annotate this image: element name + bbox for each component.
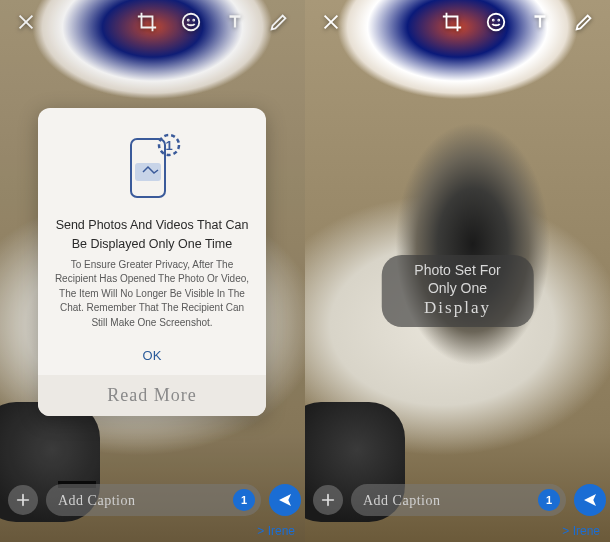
recipient-name: Irene — [268, 524, 295, 538]
crop-icon[interactable] — [441, 11, 463, 33]
pencil-icon[interactable] — [573, 11, 595, 33]
dialog-illustration: 1 — [107, 126, 197, 206]
caption-input[interactable] — [363, 492, 538, 508]
recipient-prefix: > — [562, 524, 572, 538]
view-once-toast: Photo Set For Only One Display — [381, 255, 534, 327]
editor-toolbar — [305, 0, 610, 44]
view-once-info-dialog: 1 Send Photos And Videos That Can Be Dis… — [38, 108, 266, 416]
svg-rect-4 — [135, 163, 161, 181]
add-media-button[interactable] — [8, 485, 38, 515]
dialog-body: To Ensure Greater Privacy, After The Rec… — [38, 258, 266, 345]
toast-line1: Photo Set For Only One — [399, 262, 516, 297]
recipient-prefix: > — [257, 524, 267, 538]
svg-point-7 — [488, 14, 505, 31]
recipient-label: > Irene — [562, 524, 600, 538]
recipient-name: Irene — [573, 524, 600, 538]
add-media-button[interactable] — [313, 485, 343, 515]
caption-field-wrapper[interactable]: 1 — [46, 484, 261, 516]
dialog-read-more-button[interactable]: Read More — [38, 375, 266, 416]
svg-point-8 — [493, 20, 494, 21]
view-once-toggle[interactable]: 1 — [538, 489, 560, 511]
dialog-title: Send Photos And Videos That Can Be Displ… — [38, 206, 266, 258]
view-once-toggle[interactable]: 1 — [233, 489, 255, 511]
caption-field-wrapper[interactable]: 1 — [351, 484, 566, 516]
send-button[interactable] — [574, 484, 606, 516]
caption-bar: 1 — [305, 482, 610, 518]
right-screen: Photo Set For Only One Display 1 > Irene — [305, 0, 610, 542]
recipient-label: > Irene — [257, 524, 295, 538]
svg-text:1: 1 — [165, 138, 172, 153]
toast-line2: Display — [399, 297, 516, 318]
send-button[interactable] — [269, 484, 301, 516]
text-icon[interactable] — [529, 11, 551, 33]
caption-bar: 1 — [0, 482, 305, 518]
close-icon[interactable] — [320, 11, 342, 33]
left-screen: 1 Send Photos And Videos That Can Be Dis… — [0, 0, 305, 542]
caption-input[interactable] — [58, 492, 233, 508]
emoji-icon[interactable] — [485, 11, 507, 33]
svg-point-9 — [498, 20, 499, 21]
dialog-ok-button[interactable]: OK — [143, 344, 162, 375]
